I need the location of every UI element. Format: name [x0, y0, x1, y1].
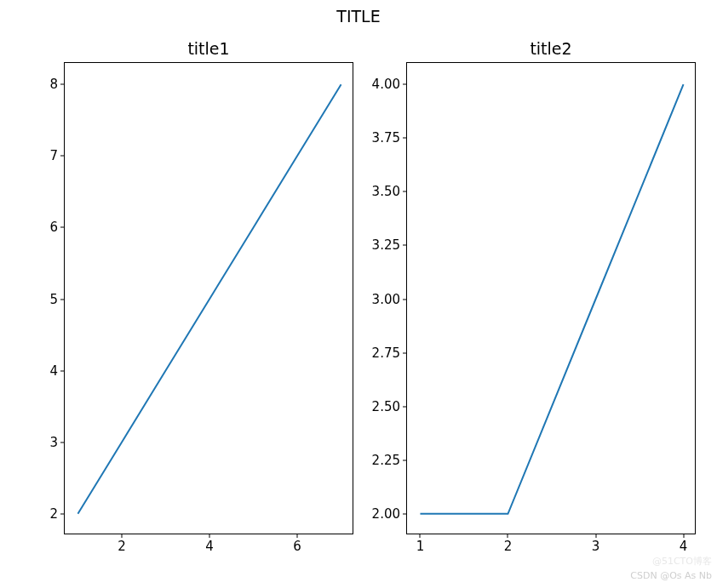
watermark-csdn: CSDN @Os As Nb	[630, 570, 712, 581]
ytick-label: 2.25	[372, 453, 407, 468]
xtick-label: 4	[205, 534, 214, 554]
watermark-51cto: @51CTO博客	[652, 555, 712, 568]
subplot-2-plot	[407, 63, 695, 534]
figure-suptitle: TITLE	[0, 7, 717, 26]
subplot-1-plot	[65, 63, 353, 534]
ytick-label: 4	[49, 363, 65, 379]
xtick-label: 4	[680, 534, 688, 554]
ytick-label: 3.25	[372, 237, 407, 253]
ytick-label: 3.75	[372, 130, 407, 146]
ytick-label: 2	[49, 506, 65, 522]
xtick-label: 2	[504, 534, 513, 554]
subplot-1-line	[77, 84, 341, 514]
ytick-label: 6	[49, 220, 65, 235]
ytick-label: 5	[49, 292, 65, 307]
subplot-2-line	[420, 84, 683, 514]
subplot-2: title2 2.002.252.502.753.003.253.503.754…	[406, 62, 696, 534]
ytick-label: 8	[49, 77, 65, 92]
xtick-label: 3	[592, 534, 600, 554]
ytick-label: 2.00	[372, 506, 407, 522]
subplot-1-title: title1	[65, 39, 353, 58]
subplot-2-title: title2	[407, 39, 695, 58]
subplot-1: title1 2345678246	[64, 62, 353, 534]
ytick-label: 3.00	[372, 292, 407, 307]
xtick-label: 6	[293, 534, 301, 554]
ytick-label: 4.00	[372, 77, 407, 92]
ytick-label: 2.50	[372, 399, 407, 414]
ytick-label: 2.75	[372, 345, 407, 361]
xtick-label: 2	[118, 534, 126, 554]
ytick-label: 3	[49, 435, 65, 450]
xtick-label: 1	[416, 534, 425, 554]
ytick-label: 3.50	[372, 184, 407, 199]
ytick-label: 7	[49, 148, 65, 163]
